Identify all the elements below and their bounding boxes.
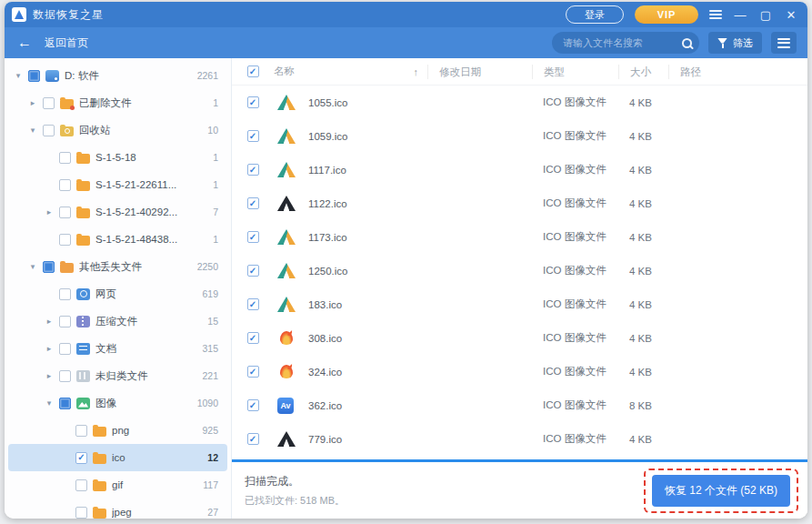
tree-checkbox[interactable] [59, 179, 71, 191]
maximize-button[interactable]: ▢ [758, 9, 773, 21]
sidebar-item[interactable]: png 925 [8, 417, 227, 444]
column-modified-date[interactable]: 修改日期 [427, 65, 532, 79]
tree-node-count: 1 [213, 234, 218, 245]
table-row[interactable]: 183.ico ICO 图像文件 4 KB [232, 287, 807, 321]
search-input[interactable] [563, 37, 682, 48]
tree-node-icon [45, 70, 59, 82]
expand-arrow-icon[interactable] [45, 207, 54, 217]
tree-node-label: 网页 [95, 287, 196, 301]
tree-checkbox[interactable] [59, 207, 71, 218]
table-row[interactable]: 1059.ico ICO 图像文件 4 KB [232, 119, 807, 153]
sort-ascending-icon[interactable]: ↑ [414, 66, 419, 77]
tree-checkbox[interactable] [59, 398, 71, 409]
column-name[interactable]: 名称 ↑ [274, 65, 427, 78]
login-button[interactable]: 登录 [566, 5, 624, 24]
sidebar-item[interactable]: 网页 619 [8, 280, 227, 307]
tree-checkbox[interactable] [59, 343, 71, 355]
tree-checkbox[interactable] [28, 70, 40, 82]
search-icon[interactable] [682, 38, 692, 48]
tree-checkbox[interactable] [75, 507, 87, 519]
sidebar-item[interactable]: gif 117 [8, 471, 227, 499]
back-button[interactable]: ← [17, 35, 32, 51]
column-size[interactable]: 大小 [618, 65, 668, 79]
minimize-button[interactable]: — [733, 9, 747, 21]
sidebar-item[interactable]: S-1-5-21-40292... 7 [8, 198, 227, 226]
back-home-label[interactable]: 返回首页 [45, 35, 88, 51]
sidebar-item[interactable]: 其他丢失文件 2250 [8, 253, 227, 280]
sidebar-item[interactable]: 回收站 10 [8, 116, 227, 144]
expand-arrow-icon[interactable] [45, 317, 54, 326]
tree-checkbox[interactable] [59, 152, 71, 164]
table-row[interactable]: 1122.ico ICO 图像文件 4 KB [232, 186, 807, 220]
sidebar-item[interactable]: S-1-5-18 1 [8, 144, 227, 171]
view-menu-button[interactable] [771, 32, 797, 54]
tree-node-icon [93, 427, 106, 437]
tree-node-count: 925 [202, 425, 218, 436]
row-checkbox[interactable] [247, 231, 259, 243]
sidebar-item[interactable]: S-1-5-21-22611... 1 [8, 171, 227, 198]
row-checkbox[interactable] [247, 265, 259, 277]
tree-checkbox[interactable] [59, 234, 71, 246]
expand-arrow-icon[interactable] [45, 398, 54, 408]
tree-checkbox[interactable] [75, 425, 87, 437]
tree-checkbox[interactable] [75, 452, 87, 464]
tree-checkbox[interactable] [59, 316, 71, 328]
expand-arrow-icon[interactable] [28, 98, 37, 107]
tree-checkbox[interactable] [43, 261, 55, 273]
column-name-label: 名称 [274, 65, 295, 78]
sidebar-item[interactable]: 文档 315 [8, 335, 227, 362]
row-checkbox[interactable] [247, 332, 259, 344]
tree-checkbox[interactable] [75, 479, 87, 491]
file-name: 1059.ico [301, 131, 427, 142]
tree-checkbox[interactable] [43, 125, 55, 136]
sidebar-item[interactable]: ico 12 [8, 444, 227, 471]
table-row[interactable]: 308.ico ICO 图像文件 4 KB [232, 321, 807, 355]
tree-checkbox[interactable] [59, 288, 71, 300]
row-checkbox[interactable] [247, 96, 259, 108]
table-row[interactable]: 1055.ico ICO 图像文件 4 KB [232, 86, 807, 119]
table-body: 1055.ico ICO 图像文件 4 KB 1059.ico ICO 图像文件 [232, 86, 807, 459]
row-checkbox[interactable] [247, 366, 259, 378]
expand-arrow-icon[interactable] [14, 71, 23, 80]
column-path[interactable]: 路径 [668, 65, 807, 79]
title-actions: 登录 VIP — ▢ ✕ [566, 5, 798, 24]
row-checkbox[interactable] [247, 197, 259, 209]
sidebar-item[interactable]: S-1-5-21-48438... 1 [8, 226, 227, 253]
sidebar-item[interactable]: D: 软件 2261 [8, 62, 227, 89]
table-row[interactable]: 1173.ico ICO 图像文件 4 KB [232, 220, 807, 254]
filter-button[interactable]: 筛选 [708, 32, 762, 54]
expand-arrow-icon[interactable] [28, 126, 37, 135]
file-type: ICO 图像文件 [532, 398, 618, 412]
row-checkbox[interactable] [247, 298, 259, 310]
expand-arrow-icon[interactable] [28, 262, 37, 271]
sidebar-item[interactable]: 已删除文件 1 [8, 89, 227, 116]
row-checkbox[interactable] [247, 399, 259, 411]
tree-node-label: 文档 [95, 342, 196, 356]
tree-checkbox[interactable] [43, 97, 55, 109]
table-row[interactable]: 362.ico ICO 图像文件 8 KB [232, 388, 807, 422]
vip-button[interactable]: VIP [635, 5, 698, 24]
row-checkbox[interactable] [247, 164, 259, 176]
row-checkbox[interactable] [247, 130, 259, 142]
expand-arrow-icon[interactable] [45, 344, 54, 353]
table-row[interactable]: 1117.ico ICO 图像文件 4 KB [232, 153, 807, 186]
select-all-checkbox[interactable] [247, 66, 259, 77]
table-row[interactable]: 779.ico ICO 图像文件 4 KB [232, 422, 807, 456]
tree-checkbox[interactable] [59, 370, 71, 382]
sidebar-item[interactable]: 压缩文件 15 [8, 307, 227, 335]
column-type[interactable]: 类型 [532, 65, 618, 79]
expand-arrow-icon[interactable] [45, 371, 54, 380]
file-type: ICO 图像文件 [532, 365, 618, 378]
close-button[interactable]: ✕ [784, 9, 798, 21]
table-row[interactable]: 324.ico ICO 图像文件 4 KB [232, 355, 807, 388]
row-checkbox[interactable] [247, 433, 259, 445]
search-box[interactable] [552, 32, 699, 54]
status-bar: 扫描完成。 已找到文件: 518 MB。 恢复 12 个文件 (52 KB) [232, 462, 807, 519]
recover-files-button[interactable]: 恢复 12 个文件 (52 KB) [652, 475, 790, 507]
sidebar-item[interactable]: 图像 1090 [8, 389, 227, 417]
sidebar-item[interactable]: jpeg 27 [8, 499, 227, 519]
table-row[interactable]: 1250.ico ICO 图像文件 4 KB [232, 254, 807, 287]
app-menu-icon[interactable] [709, 10, 722, 19]
row-checkbox-cell [232, 399, 274, 411]
sidebar-item[interactable]: 未归类文件 221 [8, 362, 227, 389]
